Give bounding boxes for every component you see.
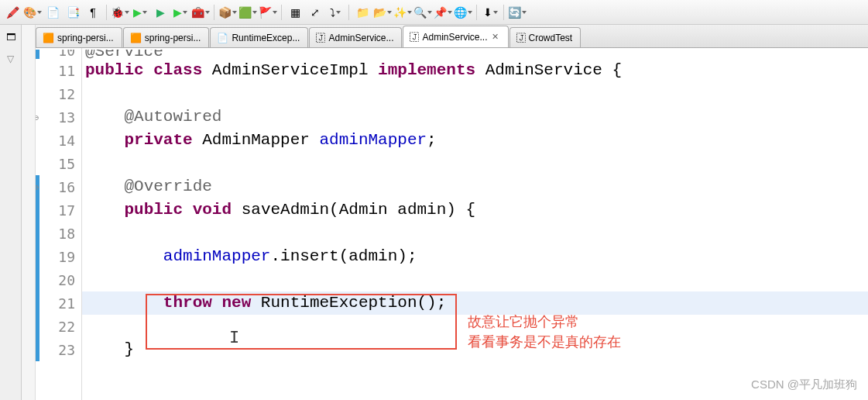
dropdown-caret-icon[interactable] — [232, 11, 237, 14]
download-icon[interactable]: ⬇ — [481, 3, 499, 22]
code-line[interactable] — [82, 152, 868, 175]
run-icon[interactable]: ▶ — [131, 3, 149, 22]
file-icon: 🇯 — [410, 32, 419, 43]
down-arrow-icon[interactable]: ▽ — [2, 50, 20, 68]
wand-icon[interactable]: ✨ — [393, 3, 412, 22]
line-gutter: 10111213⊖141516⊖17181920212223 — [36, 48, 82, 400]
code-line[interactable]: public void saveAdmin(Admin admin) { — [82, 198, 868, 222]
code-line[interactable] — [82, 268, 868, 291]
line-number: 21 — [36, 291, 81, 315]
close-icon[interactable]: ✕ — [491, 33, 500, 42]
line-number: 18 — [36, 222, 81, 245]
tab-runtime-exception[interactable]: 📄RuntimeExcep... — [210, 27, 308, 47]
run-ext-icon[interactable]: ▶ — [171, 3, 190, 22]
dropdown-caret-icon[interactable] — [273, 11, 277, 14]
tab-label: AdminService... — [328, 33, 393, 43]
tab-spring-persi-2[interactable]: 🟧spring-persi... — [123, 27, 210, 47]
expand-down-icon[interactable]: ⤵ — [326, 3, 345, 22]
tab-label: CrowdTest — [529, 33, 573, 43]
coverage-icon[interactable]: ▶ — [151, 3, 170, 22]
change-marker — [36, 245, 39, 268]
toolbar-separator — [503, 5, 504, 20]
tab-spring-persi-1[interactable]: 🟧spring-persi... — [36, 27, 122, 47]
tab-label: AdminService... — [422, 32, 487, 43]
restore-icon[interactable]: 🗖 — [2, 28, 20, 47]
text-cursor: I — [229, 327, 239, 350]
highlight-icon[interactable]: 🖍️ — [3, 3, 22, 22]
expand-icon[interactable]: ⤢ — [306, 3, 324, 22]
dropdown-caret-icon[interactable] — [448, 11, 452, 14]
tab-label: spring-persi... — [145, 33, 201, 43]
toolbar-separator — [348, 5, 349, 20]
globe-icon[interactable]: 🌐 — [454, 3, 472, 22]
refresh-icon[interactable]: 🔄 — [508, 3, 527, 22]
change-marker — [36, 50, 39, 59]
dropdown-caret-icon[interactable] — [407, 11, 412, 14]
grid-icon[interactable]: ▦ — [286, 3, 304, 22]
dropdown-caret-icon[interactable] — [522, 11, 527, 14]
code-area[interactable]: 10111213⊖141516⊖17181920212223 @Servicep… — [36, 48, 868, 400]
change-marker — [36, 291, 39, 315]
tab-admin-service-impl[interactable]: 🇯AdminService...✕ — [403, 26, 508, 47]
pilcrow-icon[interactable]: ¶ — [84, 3, 102, 22]
line-number: 10 — [36, 50, 81, 59]
tab-label: RuntimeExcep... — [232, 33, 300, 43]
fold-icon[interactable]: ⊖ — [36, 183, 39, 191]
folder-open-icon[interactable]: 📂 — [373, 3, 392, 22]
change-marker — [36, 338, 39, 361]
change-marker — [36, 268, 39, 291]
dropdown-caret-icon[interactable] — [387, 11, 392, 14]
tab-crowd-test[interactable]: 🇯CrowdTest — [509, 27, 582, 47]
code-lines[interactable]: @Servicepublic class AdminServiceImpl im… — [82, 48, 868, 400]
search-icon[interactable]: 🔍 — [413, 3, 432, 22]
file-icon: 🟧 — [43, 33, 54, 43]
toolbox-icon[interactable]: 🧰 — [191, 3, 210, 22]
code-line[interactable]: @Override — [82, 175, 868, 198]
main-toolbar: 🖍️🎨📄📑¶🐞▶▶▶🧰📦🟩🚩▦⤢⤵📁📂✨🔍📌🌐⬇🔄 — [0, 0, 868, 25]
file-icon: 📄 — [217, 33, 228, 43]
folder-icon[interactable]: 📁 — [353, 3, 372, 22]
dropdown-caret-icon[interactable] — [142, 11, 147, 14]
overview-ruler — [22, 25, 36, 400]
code-line[interactable]: @Autowired — [82, 105, 868, 129]
line-number: 20 — [36, 268, 81, 291]
line-number: 12 — [36, 82, 81, 105]
line-number: 23 — [36, 338, 81, 361]
code-editor: 🟧spring-persi...🟧spring-persi...📄Runtime… — [36, 25, 868, 400]
paint-icon[interactable]: 🎨 — [23, 3, 42, 22]
dropdown-caret-icon[interactable] — [493, 11, 498, 14]
fold-icon[interactable]: ⊖ — [36, 113, 39, 122]
dropdown-caret-icon[interactable] — [252, 11, 257, 14]
line-number: 19 — [36, 245, 81, 268]
pin-icon[interactable]: 📌 — [434, 3, 452, 22]
dropdown-caret-icon[interactable] — [205, 11, 210, 14]
line-number: 14 — [36, 129, 81, 152]
dropdown-caret-icon[interactable] — [125, 11, 129, 14]
tab-admin-service[interactable]: 🇯AdminService... — [309, 27, 402, 47]
code-line[interactable] — [82, 222, 868, 245]
tab-label: spring-persi... — [57, 33, 114, 43]
dropdown-caret-icon[interactable] — [468, 11, 472, 14]
watermark: CSDN @平凡加班狗 — [751, 378, 857, 392]
doc-new-icon[interactable]: 📄 — [43, 3, 62, 22]
change-marker — [36, 222, 39, 245]
flag-icon[interactable]: 🚩 — [259, 3, 277, 22]
code-line[interactable] — [82, 82, 868, 105]
code-line[interactable]: @Service — [82, 50, 868, 59]
left-toolbar: 🗖 ▽ — [0, 25, 22, 400]
dropdown-caret-icon[interactable] — [183, 11, 187, 14]
code-line[interactable]: adminMapper.insert(admin); — [82, 245, 868, 268]
code-line[interactable]: private AdminMapper adminMapper; — [82, 129, 868, 152]
package-icon[interactable]: 📦 — [218, 3, 237, 22]
doc-stack-icon[interactable]: 📑 — [63, 3, 82, 22]
line-number: 22 — [36, 315, 81, 338]
debug-icon[interactable]: 🐞 — [111, 3, 129, 22]
line-number: 11 — [36, 59, 81, 82]
editor-tabs: 🟧spring-persi...🟧spring-persi...📄Runtime… — [36, 25, 868, 48]
class-icon[interactable]: 🟩 — [238, 3, 257, 22]
code-line[interactable]: public class AdminServiceImpl implements… — [82, 59, 868, 82]
dropdown-caret-icon[interactable] — [427, 11, 432, 14]
dropdown-caret-icon[interactable] — [336, 11, 341, 14]
toolbar-separator — [214, 5, 214, 20]
dropdown-caret-icon[interactable] — [37, 11, 42, 14]
